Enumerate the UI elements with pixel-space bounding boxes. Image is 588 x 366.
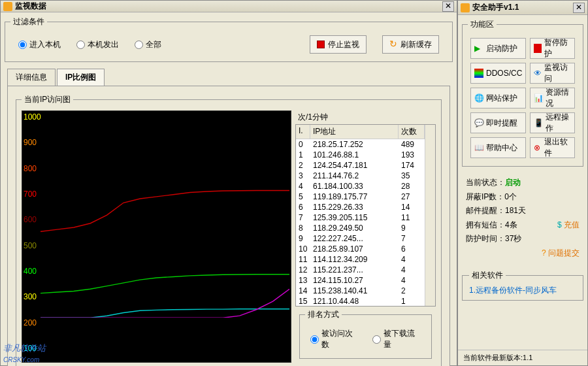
table-row[interactable]: 1101.246.88.1193	[296, 150, 425, 160]
table-scrollbar[interactable]	[425, 125, 435, 306]
table-title: 次/1分钟	[295, 110, 436, 124]
ddos-icon	[474, 69, 483, 78]
y-axis-ticks: 1000900800700600500400300200100	[24, 111, 41, 362]
dollar-icon: $	[557, 220, 564, 229]
related-item-1[interactable]: 1.远程备份软件-同步风车	[469, 285, 576, 296]
table-row[interactable]: 12115.221.237...4	[296, 265, 425, 275]
table-row[interactable]: 15121.10.44.481	[296, 296, 425, 306]
pause-protect-button[interactable]: 暂停防护	[530, 38, 575, 59]
table-body[interactable]: 0218.25.17.2524891101.246.88.11932124.25…	[296, 139, 425, 306]
ip-table: I. IP地址 次数 0218.25.17.2524891101.246.88.…	[295, 124, 436, 307]
refresh-cache-button[interactable]: ↻刷新缓存	[382, 35, 439, 54]
chart-icon: 📊	[534, 93, 543, 103]
radio-all[interactable]: 全部	[135, 39, 161, 50]
ddos-button[interactable]: DDOS/CC	[470, 63, 526, 84]
sms-count: 拥有短信：4条	[466, 218, 517, 233]
book-icon: 📖	[474, 143, 483, 152]
table-row[interactable]: 14115.238.140.412	[296, 286, 425, 296]
refresh-icon: ↻	[389, 41, 397, 48]
question-icon: ?	[542, 248, 548, 258]
tab-detail[interactable]: 详细信息	[7, 69, 56, 86]
table-row[interactable]: 8118.29.249.509	[296, 223, 425, 233]
side-footer: 当前软件最新版本:1.1	[458, 350, 587, 365]
chart-group: 当前IP访问图 1000900800700600500400300200100 …	[16, 94, 442, 366]
exit-icon: ⊗	[534, 143, 542, 152]
main-titlebar: 监视数据 ✕	[1, 1, 457, 12]
col-index[interactable]: I.	[296, 125, 310, 139]
resource-button[interactable]: 📊资源情况	[530, 88, 575, 108]
remote-button[interactable]: 📱远程操作	[530, 112, 575, 133]
tab-bar: 详细信息 IP比例图	[7, 69, 450, 86]
recharge-link[interactable]: $ 充值	[557, 218, 580, 233]
stop-monitor-button[interactable]: 停止监视	[310, 35, 367, 54]
related-software: 相关软件 1.远程备份软件-同步风车	[462, 270, 583, 301]
table-row[interactable]: 2124.254.47.181174	[296, 160, 425, 171]
radio-outgoing[interactable]: 本机发出	[76, 39, 119, 50]
site-protect-button[interactable]: 🌐网站保护	[470, 88, 526, 108]
start-protect-button[interactable]: ▶启动防护	[470, 38, 526, 59]
play-icon: ▶	[474, 44, 483, 53]
radio-incoming[interactable]: 进入本机	[18, 39, 61, 50]
chart-canvas	[41, 112, 289, 318]
table-row[interactable]: 3211.144.76.235	[296, 171, 425, 181]
watermark: 非凡软件站CRSKY.com	[3, 342, 46, 364]
phone-icon: 📱	[534, 118, 543, 127]
table-row[interactable]: 13124.115.10.274	[296, 275, 425, 286]
exit-button[interactable]: ⊗退出软件	[530, 137, 575, 158]
side-title: 安全助手v1.1	[472, 2, 573, 13]
radio-sort-traffic[interactable]: 被下载流量	[372, 328, 421, 350]
table-row[interactable]: 5119.189.175.7727	[296, 191, 425, 202]
filter-group: 过滤条件 进入本机 本机发出 全部 停止监视 ↻刷新缓存	[5, 16, 453, 62]
mail-alert: 邮件提醒：181天	[466, 204, 580, 218]
related-legend: 相关软件	[469, 270, 506, 281]
table-row[interactable]: 0218.25.17.252489	[296, 139, 425, 150]
table-row[interactable]: 9122.227.245...7	[296, 233, 425, 244]
chart-legend: 当前IP访问图	[22, 94, 73, 105]
tab-content: 当前IP访问图 1000900800700600500400300200100 …	[7, 86, 450, 366]
side-app-icon	[461, 3, 470, 12]
function-group: 功能区 ▶启动防护 暂停防护 DDOS/CC 👁监视访问 🌐网站保护 📊资源情况…	[462, 19, 583, 167]
line-chart: 1000900800700600500400300200100	[22, 110, 291, 363]
state-label: 当前状态：	[466, 178, 505, 187]
feedback-link[interactable]: ? 问题提交	[542, 248, 580, 258]
sort-group: 排名方式 被访问次数 被下载流量	[299, 309, 432, 359]
status-panel: 当前状态：启动 屏蔽IP数：0个 邮件提醒：181天 拥有短信：4条$ 充值 防…	[458, 171, 587, 266]
table-row[interactable]: 7125.39.205.11511	[296, 212, 425, 223]
table-header: I. IP地址 次数	[296, 125, 425, 139]
radio-sort-visits[interactable]: 被访问次数	[310, 328, 359, 350]
side-titlebar: 安全助手v1.1 ✕	[458, 1, 587, 15]
window-title: 监视数据	[15, 1, 442, 12]
alert-button[interactable]: 💬即时提醒	[470, 112, 526, 133]
col-count[interactable]: 次数	[399, 125, 425, 139]
table-row[interactable]: 11114.112.34.2094	[296, 254, 425, 265]
side-close-icon[interactable]: ✕	[573, 3, 585, 13]
globe-icon: 🌐	[474, 93, 483, 103]
table-row[interactable]: 6115.229.26.3314	[296, 202, 425, 212]
col-ip[interactable]: IP地址	[310, 125, 399, 139]
table-row[interactable]: 10218.25.89.1076	[296, 244, 425, 254]
table-row[interactable]: 461.184.100.3328	[296, 181, 425, 191]
blocked-ip: 屏蔽IP数：0个	[466, 190, 580, 205]
uptime: 防护时间：37秒	[466, 232, 580, 246]
stop-icon	[534, 44, 542, 53]
close-icon[interactable]: ✕	[442, 1, 454, 12]
filter-legend: 过滤条件	[10, 16, 47, 27]
eye-icon: 👁	[534, 69, 542, 78]
monitor-button[interactable]: 👁监视访问	[530, 63, 575, 84]
bell-icon: 💬	[474, 118, 483, 127]
assistant-window: 安全助手v1.1 ✕ 功能区 ▶启动防护 暂停防护 DDOS/CC 👁监视访问 …	[457, 0, 588, 366]
help-button[interactable]: 📖帮助中心	[470, 137, 526, 158]
sort-legend: 排名方式	[305, 309, 342, 320]
func-legend: 功能区	[468, 19, 497, 30]
tab-ip-ratio[interactable]: IP比例图	[57, 69, 105, 86]
stop-icon	[317, 41, 325, 48]
monitor-window: 监视数据 ✕ 过滤条件 进入本机 本机发出 全部 停止监视 ↻刷新缓存 详细信息…	[0, 0, 457, 366]
state-value: 启动	[505, 178, 521, 187]
app-icon	[3, 2, 12, 11]
